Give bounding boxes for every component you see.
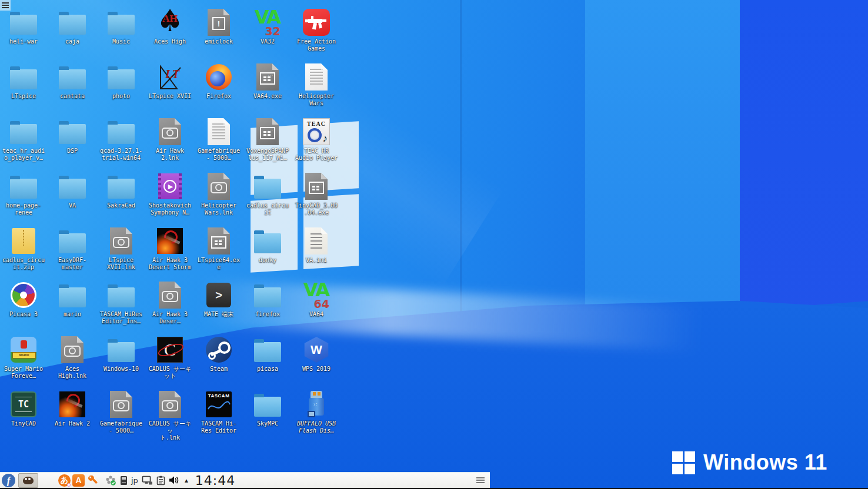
desktop-icon-va-ini[interactable]: VA.ini [292,225,340,279]
package-updater-icon[interactable] [105,475,116,486]
taskbar-hamburger[interactable] [476,477,485,483]
gimp-task-button[interactable] [18,473,38,488]
desktop-icon-buffalo-usb-flash-dis[interactable]: ›:BUFFALO USB Flash Dis… [292,388,340,442]
folder-icon [254,179,281,199]
wrench-icon [87,474,99,486]
desktop-icon-tinycad-3-00-04-exe[interactable]: ···TinyCAD_3.00 .04.exe [292,170,340,224]
ime-setup-wrench-button[interactable] [86,474,99,487]
desktop-icon-home-page-renee[interactable]: home-page- renee [0,170,48,224]
desktop-icon-cadlus[interactable]: CCADLUS サーキット [146,333,194,387]
desktop-icon-cadlus-lnk[interactable]: CADLUS サーキッ ト.lnk [146,388,194,442]
desktop-icon-va64-exe[interactable]: ···VA64.exe [243,61,292,115]
desktop-icon-tascam-hires-editor-ins[interactable]: TASCAM_HiRes Editor_Ins… [97,279,145,333]
taskbar-clock[interactable]: 14:44 [195,473,235,488]
desktop-icon-label: caja [65,38,79,45]
desktop-icon-music[interactable]: Music [97,6,145,60]
desktop-icon-qcad-3-27-1-trial-win64[interactable]: qcad-3.27.1- trial-win64 [97,115,145,169]
keyboard-layout-indicator[interactable]: jp [131,476,138,485]
desktop-icon-heli-war[interactable]: heli-war [0,6,48,60]
desktop-icon-cadlus-circu-it-zip[interactable]: cadlus_circu it.zip [0,225,48,279]
folder-icon [10,15,37,35]
desktop-icon-air-hawk-3-deser[interactable]: Air Hawk 3 Deser… [146,279,194,333]
desktop-icon-ltspice-xvii[interactable]: LTLTspice XVII [146,61,194,115]
desktop-icon-ltspice[interactable]: LTspice [0,61,48,115]
desktop-icon-va[interactable]: VA [48,170,96,224]
desktop-icon-aces-high-lnk[interactable]: Aces High.lnk [48,333,96,387]
desktop-icon-emiclock[interactable]: !emiclock [195,6,243,60]
desktop-icon-steam[interactable]: Steam [195,333,243,387]
ime-hiragana-button[interactable]: あ [58,474,71,487]
desktop-icon-wps-2019[interactable]: WWPS 2019 [292,333,340,387]
zip-archive-icon [12,228,35,254]
desktop-icon-gamefabrique-5000[interactable]: Gamefabrique - 5000… [195,115,243,169]
desktop-icon-mate[interactable]: >MATE 端末 [195,279,243,333]
teac-audio-player-icon: TEAC♪ [303,118,330,145]
desktop-icon-dsp[interactable]: DSP [48,115,96,169]
shortcut-file-icon [61,336,84,363]
desktop-icon-tinycad[interactable]: TCTinyCAD [0,388,48,442]
desktop-icon-firefox[interactable]: Firefox [195,61,243,115]
desktop-icon-mario[interactable]: mario [48,279,96,333]
desktop-icon-ltspice-xvii-lnk[interactable]: LTspice XVII.lnk [97,225,145,279]
terminal-icon: > [206,283,231,307]
desktop-icon-cantata[interactable]: cantata [48,61,96,115]
desktop-icon-super-mario-foreve[interactable]: MARIO FOREVERSuper Mario Foreve… [0,333,48,387]
desktop-icon-label: Shostakovich Symphony N… [149,202,191,216]
desktop-icon-picasa-3[interactable]: Picasa 3 [0,279,48,333]
desktop-icon-gamefabrique-5000[interactable]: Gamefabrique - 5000… [97,388,145,442]
volume-icon[interactable] [169,475,179,485]
corner-menu-button[interactable] [0,0,11,11]
shortcut-file-icon [208,173,230,200]
desktop-icon-label: Picasa 3 [9,311,38,318]
desktop-icon-voxengospanp-lus-117-wi[interactable]: ···VoxengoSPANP lus_117_Wi… [243,115,292,169]
desktop-icon-va32[interactable]: VA32VA32 [243,6,292,60]
desktop-icon-free-action-games[interactable]: Free Action Games [292,6,340,60]
desktop-icon-windows-10[interactable]: Windows-10 [97,333,145,387]
desktop-icon-air-hawk-2-lnk[interactable]: Air Hawk 2.lnk [146,115,194,169]
desktop-icon-firefox[interactable]: firefox [243,279,292,333]
desktop-icon-label: LTspice [11,93,36,100]
desktop-icon-label: qcad-3.27.1- trial-win64 [100,148,142,162]
clipboard-icon[interactable] [156,475,165,485]
desktop-icon-ltspice64-ex-e[interactable]: ···LTspice64.ex e [195,225,243,279]
folder-icon [108,124,135,144]
shortcut-file-icon [159,391,181,418]
config-file-icon [305,227,328,254]
desktop-icon-donky[interactable]: donky [243,225,292,279]
desktop-icon-skympc[interactable]: SkyMPC [243,388,292,442]
desktop-icon-shostakovich-symphony-n[interactable]: ▶Shostakovich Symphony N… [146,170,194,224]
desktop-icon-helicopter-wars[interactable]: Helicopter Wars [292,61,340,115]
desktop-icon-label: Steam [210,366,228,373]
tray-expand-caret[interactable]: ▲ [183,477,189,484]
desktop-icon-va64[interactable]: VA64VA64 [292,279,340,333]
folder-icon [59,15,86,35]
removable-media-icon[interactable] [120,475,128,485]
desktop-icon-label: CADLUS サーキット [146,366,194,380]
air-hawk-game-icon [157,228,183,254]
desktop-icon-tascam-hi-res-editor[interactable]: TASCAMTASCAM Hi- Res Editor [195,388,243,442]
desktop-icon-air-hawk-3-desert-storm[interactable]: Air Hawk 3 Desert Storm [146,225,194,279]
desktop-icon-air-hawk-2[interactable]: Air Hawk 2 [48,388,96,442]
desktop-icon-photo[interactable]: photo [97,61,145,115]
ime-latin-button[interactable]: A [72,474,85,487]
desktop-icon-teac-hr-audio-player[interactable]: TEAC♪TEAC HR Audio Player [292,115,340,169]
desktop-icon-caja[interactable]: caja [48,6,96,60]
desktop-icon-cadlus-circu-it[interactable]: cadlus_circu it [243,170,292,224]
desktop-icon-label: SkyMPC [257,420,278,427]
folder-icon [254,287,281,307]
folder-icon [59,179,86,199]
desktop-icon-picasa[interactable]: picasa [243,333,292,387]
desktop-icon-easydrf-master[interactable]: EasyDRF- master [48,225,96,279]
desktop-icon-helicopter-wars-lnk[interactable]: Helicopter Wars.lnk [195,170,243,224]
desktop-icon-label: heli-war [9,38,38,45]
desktop-icon-sakracad[interactable]: SakraCad [97,170,145,224]
gimp-wilber-icon [23,477,34,484]
folder-icon [10,124,37,144]
fedora-menu-button[interactable]: f [2,474,15,487]
network-icon[interactable] [142,475,153,485]
desktop-icon-aces-high[interactable]: ♠AHAces High [146,6,194,60]
desktop-icon-teac-hr-audi-o-player-v[interactable]: teac_hr_audi o_player_v… [0,115,48,169]
folder-icon [108,179,135,199]
folder-icon [59,124,86,144]
svg-text:LT: LT [165,68,180,81]
